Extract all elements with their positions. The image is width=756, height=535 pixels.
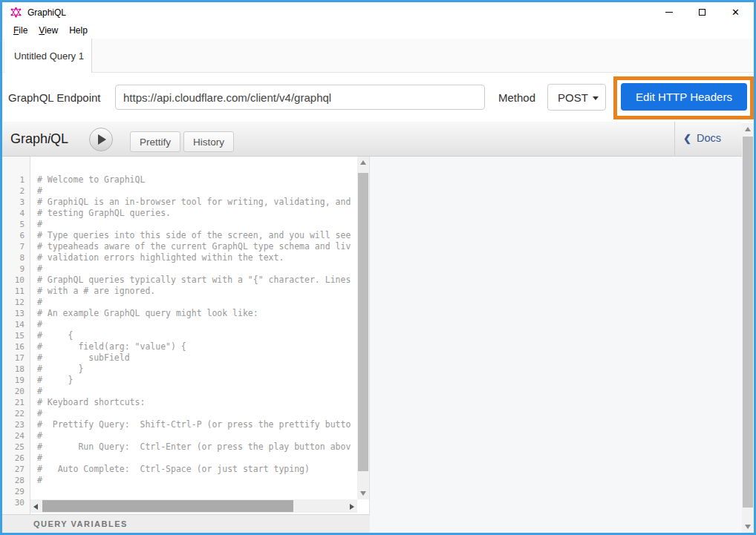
query-editor-pane: 1234567891011121314151617181920212223242… <box>2 157 370 514</box>
endpoint-url-input[interactable] <box>115 85 485 110</box>
method-value: POST <box>558 91 588 104</box>
minimize-button[interactable] <box>652 2 685 22</box>
line-number: 20 <box>2 386 30 397</box>
code-line: # GraphQL queries typically start with a… <box>37 275 357 286</box>
query-variables-bar[interactable]: QUERY VARIABLES <box>2 514 370 533</box>
toolbar-separator <box>674 122 675 156</box>
line-number: 3 <box>2 197 30 208</box>
scroll-up-icon[interactable] <box>360 160 366 165</box>
code-line: # { <box>37 330 357 341</box>
edit-http-headers-button[interactable]: Edit HTTP Headers <box>621 83 747 111</box>
menu-item-file[interactable]: File <box>9 24 32 37</box>
code-line: # Run Query: Ctrl-Enter (or press the pl… <box>37 442 357 453</box>
line-number-gutter: 1234567891011121314151617181920212223242… <box>2 157 30 514</box>
line-number: 27 <box>2 464 30 475</box>
code-line: # <box>37 453 357 464</box>
line-number: 11 <box>2 286 30 297</box>
editor-hscroll-thumb[interactable] <box>42 500 293 512</box>
editor-vscroll-thumb[interactable] <box>358 173 368 471</box>
docs-button[interactable]: ❮ Docs <box>683 132 721 144</box>
window-controls: ✕ <box>652 2 752 22</box>
scroll-left-icon[interactable] <box>33 504 38 510</box>
line-number: 30 <box>2 497 30 508</box>
editor-vscrollbar[interactable] <box>357 157 369 499</box>
code-line: # field(arg: "value") { <box>37 341 357 352</box>
line-number: 22 <box>2 408 30 419</box>
code-line: # testing GraphQL queries. <box>37 208 357 219</box>
menu-item-view[interactable]: View <box>34 24 62 37</box>
line-number: 9 <box>2 263 30 275</box>
code-line: # <box>37 319 357 330</box>
line-number: 2 <box>2 186 30 197</box>
code-line: # <box>37 475 357 486</box>
menu-item-help[interactable]: Help <box>65 24 92 37</box>
minimize-icon <box>665 12 673 13</box>
window-title: GraphiQL <box>27 7 66 18</box>
line-number: 12 <box>2 297 30 308</box>
line-number: 4 <box>2 208 30 219</box>
editor-hscrollbar[interactable] <box>30 499 357 513</box>
tab-label: Untitled Query 1 <box>14 50 84 62</box>
code-line: # Welcome to GraphiQL <box>37 174 357 186</box>
prettify-button[interactable]: Prettify <box>130 131 180 152</box>
code-line: # typeaheads aware of the current GraphQ… <box>37 241 357 252</box>
line-number: 1 <box>2 174 30 186</box>
line-number: 18 <box>2 364 30 375</box>
line-number: 16 <box>2 341 30 352</box>
result-pane <box>370 157 742 533</box>
maximize-button[interactable] <box>685 2 719 22</box>
endpoint-label: GraphQL Endpoint <box>8 91 101 104</box>
code-line <box>37 486 357 497</box>
play-icon <box>98 134 106 145</box>
code-line: # subField <box>37 352 357 364</box>
scroll-down-icon[interactable] <box>745 525 751 529</box>
line-number: 23 <box>2 419 30 430</box>
method-select[interactable]: POST <box>547 84 606 111</box>
code-line: # Type queries into this side of the scr… <box>37 230 357 241</box>
graphiql-logo: GraphiQL <box>10 131 68 147</box>
code-line: # <box>37 186 357 197</box>
scroll-up-icon[interactable] <box>745 127 751 131</box>
line-number: 19 <box>2 375 30 386</box>
code-line: # } <box>37 375 357 386</box>
line-number: 21 <box>2 397 30 408</box>
window-scrollbar[interactable] <box>742 123 754 533</box>
line-number: 7 <box>2 241 30 252</box>
code-line: # <box>37 430 357 442</box>
tab-bar: Untitled Query 1 <box>2 39 754 73</box>
query-editor[interactable]: # Welcome to GraphiQL## GraphiQL is an i… <box>30 157 357 499</box>
line-number: 26 <box>2 453 30 464</box>
code-line: # GraphiQL is an in-browser tool for wri… <box>37 197 357 208</box>
caret-down-icon <box>593 96 599 100</box>
line-number: 29 <box>2 486 30 497</box>
docs-label: Docs <box>697 132 721 144</box>
line-number: 13 <box>2 308 30 319</box>
code-line: # <box>37 408 357 419</box>
code-line: # <box>37 219 357 230</box>
menu-bar: File View Help <box>2 22 754 39</box>
code-line: # } <box>37 364 357 375</box>
line-number: 15 <box>2 330 30 341</box>
line-number: 14 <box>2 319 30 330</box>
line-number: 8 <box>2 252 30 263</box>
history-button[interactable]: History <box>183 131 234 152</box>
line-number: 28 <box>2 475 30 486</box>
method-label: Method <box>498 91 535 104</box>
line-number: 24 <box>2 430 30 442</box>
scroll-down-icon[interactable] <box>360 491 366 496</box>
close-button[interactable]: ✕ <box>719 2 752 22</box>
code-line: # Auto Complete: Ctrl-Space (or just sta… <box>37 464 357 475</box>
code-line: # <box>37 297 357 308</box>
chevron-left-icon: ❮ <box>683 133 691 144</box>
tab-untitled-query-1[interactable]: Untitled Query 1 <box>4 39 92 73</box>
window-scroll-thumb[interactable] <box>743 137 753 508</box>
code-line: # validation errors highlighted within t… <box>37 252 357 263</box>
line-number: 5 <box>2 219 30 230</box>
scroll-right-icon[interactable] <box>350 504 354 510</box>
code-line: # Keyboard shortcuts: <box>37 397 357 408</box>
line-number: 6 <box>2 230 30 241</box>
code-line: # Prettify Query: Shift-Ctrl-P (or press… <box>37 419 357 430</box>
line-number: 10 <box>2 275 30 286</box>
execute-query-button[interactable] <box>89 128 113 151</box>
window-title-bar: GraphiQL ✕ <box>2 2 754 22</box>
